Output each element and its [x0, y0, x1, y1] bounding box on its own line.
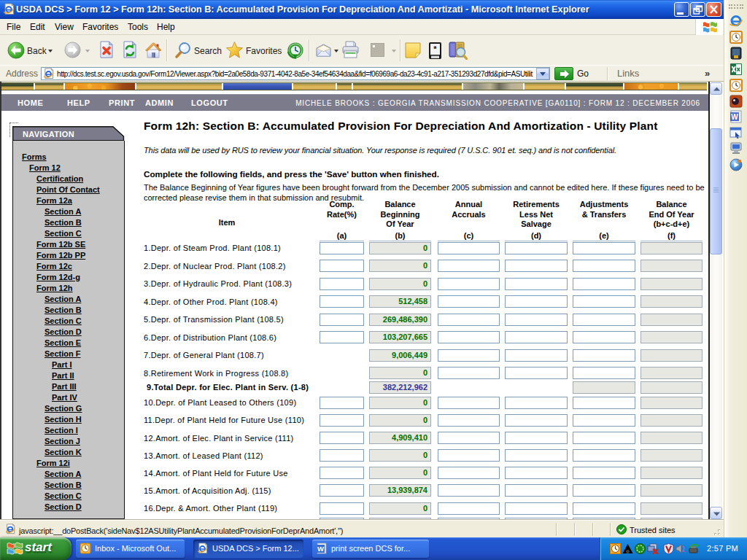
svg-text:*: * — [433, 44, 437, 53]
svg-text:W: W — [731, 113, 738, 121]
svg-text:W: W — [317, 545, 324, 553]
